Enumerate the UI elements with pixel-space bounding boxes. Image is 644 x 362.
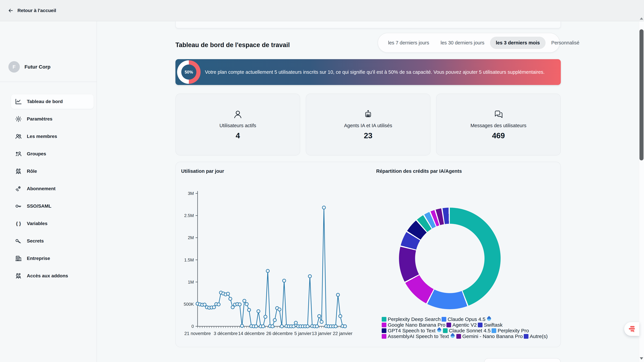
legend-swatch: [524, 334, 528, 339]
legend-label: Google Nano Banana Pro: [388, 322, 446, 328]
donut-hole: [415, 224, 484, 293]
workspace-header: F Futur Corp: [8, 61, 50, 72]
stat-card-active-users: Utilisateurs actifs 4: [176, 93, 300, 156]
legend-item: Perplexity Pro: [492, 328, 529, 334]
legend-swatch: [382, 334, 386, 339]
shooting-star-icon: [15, 185, 22, 192]
sidebar-item-tableau-de-bord[interactable]: Tableau de bord: [11, 94, 94, 109]
legend-label: Gemini - Nano Banana Pro: [462, 334, 523, 339]
legend-swatch: [478, 323, 482, 327]
feedback-widget-button[interactable]: [624, 322, 639, 336]
legend-label: Autre(s): [530, 334, 548, 339]
legend-swatch: [456, 334, 461, 339]
legend-item: Claude Sonnet 4.5: [443, 328, 491, 334]
legend-swatch: [446, 323, 451, 327]
page-title: Tableau de bord de l'espace de travail: [176, 41, 290, 49]
legend-item: AssemblyAI Speech to Text: [382, 334, 455, 339]
legend-item: Perplexity Deep Search: [382, 317, 440, 322]
robot-icon: [362, 109, 374, 120]
legend-swatch: [443, 328, 448, 333]
user-group-icon: [15, 150, 22, 158]
svg-text:2.5M: 2.5M: [184, 213, 194, 218]
date-range-filter: les 7 derniers jours les 30 derniers jou…: [378, 33, 560, 53]
stat-card-ai-agents: Agents IA et IA utilisés 23: [306, 93, 430, 156]
workspace-avatar: F: [8, 61, 20, 72]
sidebar-item-abonnement[interactable]: Abonnement: [11, 182, 94, 196]
previous-section-card-edge: [176, 21, 561, 28]
sidebar-item-label: Rôle: [27, 169, 37, 174]
usage-line-chart: 0500K1M1.5M2M2.5M3M21 novembre3 décembre…: [178, 188, 359, 341]
back-home-label: Retour à l'accueil: [18, 8, 56, 13]
credits-donut-chart: [399, 208, 500, 309]
svg-text:2M: 2M: [188, 235, 194, 240]
sidebar-item-sso-saml[interactable]: SSO/SAML: [11, 199, 94, 213]
sidebar-item-role[interactable]: Rôle: [11, 164, 94, 178]
sidebar-item-secrets[interactable]: Secrets: [11, 234, 94, 248]
legend-row: Perplexity Deep SearchClaude Opus 4.5: [382, 317, 549, 322]
sidebar-item-parametres[interactable]: Paramètres: [11, 112, 94, 126]
stat-card-user-messages: Messages des utilisateurs 469: [436, 93, 561, 156]
scrollbar-thumb[interactable]: [640, 29, 644, 160]
sidebar-item-label: Variables: [27, 221, 48, 226]
droplet-icon: [450, 333, 456, 339]
sidebar-nav: Tableau de bord Paramètres Les membres G…: [11, 94, 94, 286]
stat-value: 23: [364, 131, 372, 140]
legend-swatch: [382, 328, 386, 333]
sidebar-item-label: Groupes: [27, 151, 46, 157]
filter-last-7-days[interactable]: les 7 derniers jours: [382, 37, 435, 49]
filter-last-30-days[interactable]: les 30 derniers jours: [435, 37, 490, 49]
legend-swatch: [492, 328, 496, 333]
droplet-icon: [436, 327, 442, 333]
scroll-down-arrow[interactable]: [640, 357, 643, 360]
sidebar-item-label: Paramètres: [27, 116, 52, 122]
svg-text:21 novembre: 21 novembre: [184, 331, 211, 336]
svg-text:1.5M: 1.5M: [184, 257, 194, 263]
arrow-left-icon: [8, 7, 14, 13]
sidebar-divider: [0, 82, 97, 82]
people-grid-icon: [15, 272, 22, 280]
user-icon: [232, 109, 243, 120]
legend-swatch: [382, 317, 386, 322]
sidebar-item-groupes[interactable]: Groupes: [11, 147, 94, 161]
legend-swatch: [382, 323, 386, 327]
sidebar: F Futur Corp Tableau de bord Paramètres …: [0, 21, 97, 362]
droplet-icon: [486, 316, 492, 322]
svg-text:0: 0: [192, 324, 194, 329]
svg-text:3M: 3M: [188, 191, 194, 196]
legend-item: GPT4 Speech to Text: [382, 328, 442, 334]
charts-card: Utilisation par jour Répartition des cré…: [176, 162, 561, 347]
legend-item: Swiftask: [478, 322, 502, 328]
workspace-name: Futur Corp: [24, 64, 50, 70]
sidebar-item-label: Abonnement: [27, 186, 56, 191]
back-home-button[interactable]: Retour à l'accueil: [8, 7, 56, 13]
sidebar-item-les-membres[interactable]: Les membres: [11, 129, 94, 144]
svg-text:13 janvier: 13 janvier: [312, 331, 332, 336]
legend-item: Gemini - Nano Banana Pro: [456, 334, 523, 339]
svg-text:14 décembre: 14 décembre: [238, 331, 265, 336]
filter-custom[interactable]: Personnalisé: [546, 37, 585, 49]
sidebar-item-variables[interactable]: { } Variables: [11, 216, 94, 231]
feedback-icon: [628, 325, 636, 333]
stat-value: 469: [492, 131, 505, 140]
legend-label: Agentic V2: [452, 322, 477, 328]
stat-label: Messages des utilisateurs: [470, 123, 526, 128]
scroll-up-arrow[interactable]: [640, 17, 643, 19]
capacity-percent: 50%: [185, 70, 193, 75]
svg-text:500K: 500K: [184, 302, 194, 307]
building-icon: [15, 255, 22, 262]
chat-bubbles-icon: [493, 109, 504, 120]
sidebar-item-acces-aux-addons[interactable]: Accès aux addons: [11, 269, 94, 283]
chart-line-icon: [15, 98, 22, 105]
filter-last-3-months[interactable]: les 3 derniers mois: [490, 37, 546, 49]
sidebar-item-label: SSO/SAML: [27, 203, 51, 209]
legend-label: Swiftask: [484, 322, 502, 328]
stat-label: Agents IA et IA utilisés: [344, 123, 392, 128]
legend-label: GPT4 Speech to Text: [388, 328, 436, 334]
legend-item: Agentic V2: [446, 322, 477, 328]
users-icon: [15, 133, 22, 140]
key-icon: [15, 237, 22, 245]
svg-text:22 janvier: 22 janvier: [333, 331, 352, 336]
plan-capacity-text: Votre plan compte actuellement 5 utilisa…: [205, 68, 554, 76]
sidebar-item-entreprise[interactable]: Entreprise: [11, 251, 94, 266]
legend-label: Claude Opus 4.5: [448, 317, 485, 322]
